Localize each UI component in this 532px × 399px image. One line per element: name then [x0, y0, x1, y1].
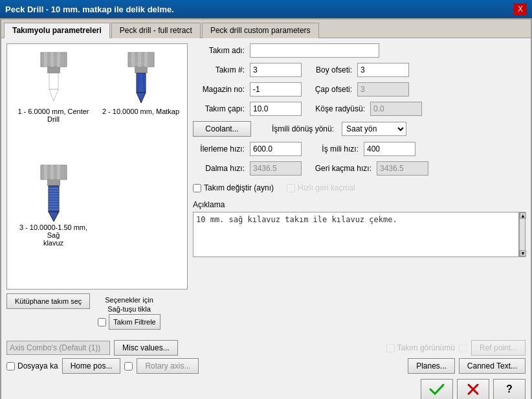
aciklama-scrollbar[interactable]: ▲ ▼: [519, 212, 526, 257]
left-bottom-bar: Kütüphane takım seç Seçenekler için Sağ-…: [6, 293, 188, 332]
rotary-axis-button[interactable]: Rotary axis...: [137, 358, 199, 374]
tool-label-3: 3 - 10.0000-1.50 mm, Sağklavuz: [12, 223, 94, 247]
takim-adi-input[interactable]: [250, 43, 379, 58]
svg-rect-10: [144, 52, 148, 67]
help-button[interactable]: ?: [493, 379, 526, 399]
cancel-icon: [467, 383, 480, 396]
close-button[interactable]: X: [514, 3, 527, 15]
svg-rect-5: [49, 73, 58, 89]
svg-rect-19: [57, 165, 60, 179]
rotary-axis-checkbox-label: [124, 362, 133, 370]
takim-filtrele-button[interactable]: Takım Filtrele: [109, 314, 160, 330]
svg-rect-8: [131, 52, 135, 67]
tool-img-1: [28, 49, 80, 108]
dalma-hizi-input[interactable]: [250, 161, 302, 176]
right-panel: Takım adı: Takım #: Boy ofseti: Magazin …: [193, 43, 526, 332]
svg-rect-11: [135, 67, 148, 73]
options-section: Seçenekler için Sağ-tuşu tikla Takım Fil…: [95, 293, 162, 332]
dalma-hizi-row: Dalma hızı: Geri kaçma hızı:: [193, 161, 526, 176]
svg-marker-15: [137, 93, 146, 103]
planes-button[interactable]: Planes...: [408, 358, 455, 374]
svg-rect-3: [57, 52, 60, 67]
home-pos-button[interactable]: Home pos...: [62, 358, 121, 374]
boy-ofset-input[interactable]: [357, 63, 409, 77]
tab-custom[interactable]: Peck drill custom parameters: [202, 23, 319, 38]
svg-marker-31: [49, 212, 59, 222]
takim-gorunumu-checkbox[interactable]: [386, 344, 395, 352]
cap-ofset-label: Çap ofseti:: [307, 85, 352, 94]
tab-full[interactable]: Peck drill - full retract: [111, 23, 201, 38]
tool-label-2: 2 - 10.0000 mm, Matkap: [102, 108, 179, 115]
secenekler-label: Seçenekler için: [105, 296, 153, 304]
dalma-hizi-label: Dalma hızı:: [193, 164, 245, 173]
tab-takim[interactable]: Takımyolu parametreleri: [4, 23, 110, 38]
toolbar-row2: Dosyaya ka Home pos... Rotary axis... Pl…: [1, 358, 531, 376]
cancel-button[interactable]: [457, 379, 489, 399]
aciklama-wrapper: 10 mm. sağ kılavuz takım ile kılavuz çek…: [193, 212, 526, 257]
is-mili-hizi-label: İş mili hızı:: [307, 144, 359, 154]
aciklama-textarea[interactable]: 10 mm. sağ kılavuz takım ile kılavuz çek…: [193, 212, 519, 257]
svg-rect-4: [47, 67, 60, 73]
aciklama-label: Açıklama: [193, 200, 526, 209]
ilerleme-hizi-input[interactable]: [250, 142, 302, 156]
main-dialog: Takımyolu parametreleri Peck drill - ful…: [0, 18, 532, 399]
svg-rect-2: [50, 52, 54, 67]
takim-adi-label: Takım adı:: [193, 46, 245, 55]
takim-degistir-checkbox[interactable]: [193, 184, 201, 192]
takim-capi-row: Takım çapı: Köşe radyüsü:: [193, 102, 526, 116]
scroll-down-arrow[interactable]: ▼: [520, 250, 526, 256]
boy-ofset-label: Boy ofseti:: [307, 65, 352, 74]
rotary-axis-checkbox[interactable]: [124, 362, 133, 370]
ref-point-label: [459, 344, 467, 352]
magazin-no-input[interactable]: [250, 82, 302, 97]
magazin-no-label: Magazin no:: [193, 85, 245, 94]
magazin-no-row: Magazin no: Çap ofseti:: [193, 82, 526, 97]
ilerleme-hizi-label: İlerleme hızı:: [193, 144, 245, 154]
sag-tusu-label: Sağ-tuşu tikla: [107, 305, 151, 313]
tool-img-3: [28, 165, 80, 223]
tool-item-1: 1 - 6.0000 mm, CenterDrill: [12, 49, 94, 123]
aciklama-section: Açıklama 10 mm. sağ kılavuz takım ile kı…: [193, 200, 526, 257]
tool-panel: 1 - 6.0000 mm, CenterDrill: [6, 43, 188, 290]
kose-radyusu-input[interactable]: [370, 102, 422, 116]
geri-kacma-hizi-input[interactable]: [377, 161, 428, 176]
title-bar: Peck Drill - 10 mm. matkap ile delik del…: [0, 0, 532, 18]
ismi-donus-select[interactable]: Saat yön Saat yön tersi: [342, 122, 406, 136]
filter-checkbox[interactable]: [98, 318, 106, 326]
geri-kacma-hizi-label: Geri kaçma hızı:: [307, 164, 371, 173]
action-buttons: ?: [1, 376, 531, 399]
axis-combo-input[interactable]: [6, 341, 110, 355]
hizli-geri-kacmal-checkbox[interactable]: [287, 184, 295, 192]
misc-values-button[interactable]: Misc values...: [114, 340, 178, 356]
ref-point-button[interactable]: Ref point...: [471, 340, 526, 356]
main-content: 1 - 6.0000 mm, CenterDrill: [1, 38, 531, 337]
dosyaya-ka-checkbox[interactable]: [6, 362, 15, 370]
canned-text-button[interactable]: Canned Text...: [459, 358, 526, 374]
svg-marker-6: [49, 89, 58, 101]
tool-item-2: 2 - 10.0000 mm, Matkap: [100, 49, 182, 115]
takim-degistir-label: Takım değiştir (aynı): [193, 183, 274, 192]
takim-adi-row: Takım adı:: [193, 43, 526, 58]
dosyaya-ka-label: Dosyaya ka: [6, 361, 58, 370]
coolant-row: Coolant... İşmili dönüş yönü: Saat yön S…: [193, 121, 526, 137]
svg-rect-9: [138, 52, 141, 67]
ok-icon: [429, 383, 445, 396]
ilerleme-hizi-row: İlerleme hızı: İş mili hızı:: [193, 142, 526, 156]
coolant-button[interactable]: Coolant...: [193, 121, 251, 137]
ismi-donus-label: İşmili dönüş yönü:: [272, 124, 334, 133]
filter-row: Takım Filtrele: [98, 314, 160, 330]
ref-point-checkbox[interactable]: [459, 344, 467, 352]
is-mili-hizi-input[interactable]: [364, 142, 416, 156]
svg-rect-1: [44, 52, 47, 67]
cap-ofset-input[interactable]: [357, 82, 409, 97]
ok-button[interactable]: [421, 379, 453, 399]
scroll-up-arrow[interactable]: ▲: [520, 212, 526, 219]
kutuphane-takim-sec-button[interactable]: Kütüphane takım seç: [6, 293, 90, 309]
kose-radyusu-label: Köşe radyüsü:: [307, 104, 365, 113]
takim-no-input[interactable]: [250, 63, 302, 77]
takim-no-label: Takım #:: [193, 65, 245, 74]
takim-capi-input[interactable]: [250, 102, 302, 116]
tool-img-2: [115, 49, 167, 108]
title-text: Peck Drill - 10 mm. matkap ile delik del…: [5, 5, 174, 14]
checkbox-row: Takım değiştir (aynı) Hızlı geri kaçmal: [193, 183, 526, 192]
